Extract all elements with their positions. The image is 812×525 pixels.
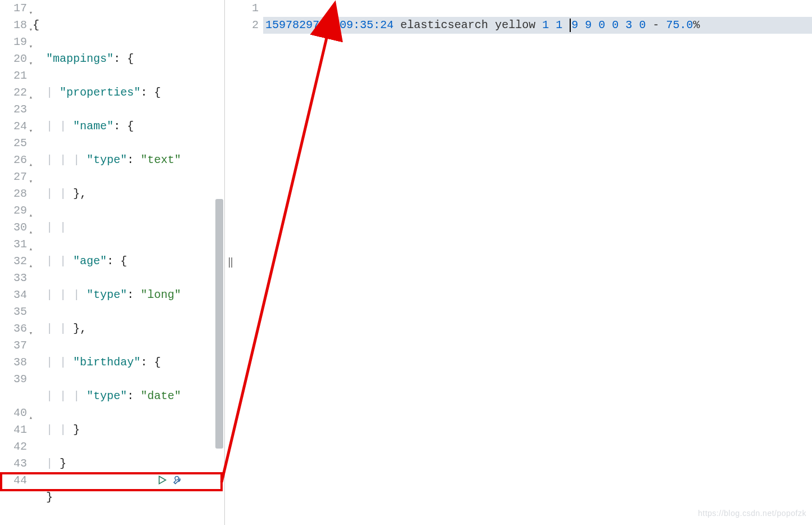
scrollbar-thumb[interactable] xyxy=(215,199,223,449)
svg-marker-0 xyxy=(159,476,166,483)
json-key[interactable]: "properties" xyxy=(60,86,141,99)
json-value[interactable]: "text" xyxy=(141,153,181,166)
response-status: yellow xyxy=(495,19,535,31)
request-code[interactable]: { "mappings": { | "properties": { | | "n… xyxy=(29,0,224,525)
text-cursor xyxy=(570,19,571,32)
right-gutter: 1 2 xyxy=(236,0,263,525)
json-key[interactable]: "name" xyxy=(73,120,114,133)
request-editor[interactable]: 17▾ 18▾ 19▾ 20▾ 21 22▴ 23 24▾ 25 26▴ 27▾… xyxy=(0,0,225,525)
json-value[interactable]: "date" xyxy=(141,390,181,402)
run-request-icon[interactable] xyxy=(156,474,168,491)
response-cluster: elasticsearch xyxy=(400,19,488,31)
json-key[interactable]: "age" xyxy=(73,255,107,268)
response-output[interactable]: 1597829724 09:35:24 elasticsearch yellow… xyxy=(263,0,812,525)
panel-resize-handle[interactable]: ‖ xyxy=(225,0,236,525)
json-key[interactable]: "type" xyxy=(87,390,127,402)
response-percent: 75.0 xyxy=(666,19,693,31)
json-key[interactable]: "type" xyxy=(87,153,127,166)
left-gutter: 17▾ 18▾ 19▾ 20▾ 21 22▴ 23 24▾ 25 26▴ 27▾… xyxy=(0,0,29,525)
response-panel[interactable]: 1 2 1597829724 09:35:24 elasticsearch ye… xyxy=(236,0,812,525)
wrench-icon[interactable] xyxy=(172,474,183,491)
json-value[interactable]: "long" xyxy=(141,288,181,301)
response-time: 09:35:24 xyxy=(340,19,394,31)
grip-icon: ‖ xyxy=(228,254,234,271)
json-key[interactable]: "mappings" xyxy=(46,52,114,65)
json-key[interactable]: "birthday" xyxy=(73,356,141,369)
kibana-console: 17▾ 18▾ 19▾ 20▾ 21 22▴ 23 24▾ 25 26▴ 27▾… xyxy=(0,0,812,525)
watermark-text: https://blog.csdn.net/popofzk xyxy=(698,505,806,522)
response-epoch: 1597829724 xyxy=(265,19,333,31)
code-line[interactable]: { xyxy=(33,19,39,31)
json-key[interactable]: "type" xyxy=(87,288,127,301)
